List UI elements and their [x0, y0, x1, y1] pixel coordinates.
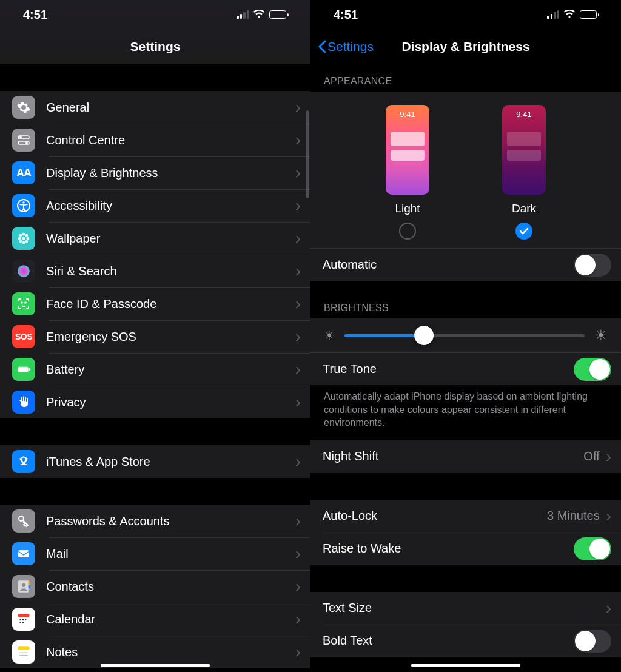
chevron-right-icon: › — [295, 577, 301, 596]
chevron-right-icon: › — [295, 294, 301, 314]
row-label: Control Centre — [46, 133, 295, 147]
svg-rect-33 — [22, 622, 24, 623]
svg-point-7 — [22, 233, 25, 236]
dark-radio[interactable] — [515, 223, 532, 240]
raise-to-wake-toggle[interactable] — [574, 537, 611, 560]
settings-row-battery[interactable]: Battery› — [0, 353, 310, 386]
true-tone-toggle[interactable] — [574, 358, 611, 381]
notes-icon — [12, 640, 35, 664]
nav-bar: Settings Display & Brightness — [310, 29, 621, 64]
settings-row-privacy[interactable]: Privacy› — [0, 386, 310, 418]
light-preview: 9:41 — [386, 105, 429, 195]
svg-point-6 — [22, 237, 25, 240]
row-label: Passwords & Accounts — [46, 514, 295, 528]
svg-point-13 — [19, 240, 22, 243]
status-time: 4:51 — [23, 8, 47, 22]
settings-row-siri-search[interactable]: Siri & Search› — [0, 255, 310, 287]
brightness-slider[interactable] — [344, 334, 585, 337]
row-label: Emergency SOS — [46, 330, 295, 344]
brightness-slider-row: ☀︎ ☀︎ — [310, 318, 621, 352]
brightness-low-icon: ☀︎ — [324, 328, 335, 343]
light-radio[interactable] — [399, 223, 416, 240]
text-size-row[interactable]: Text Size › — [310, 592, 621, 625]
chevron-right-icon: › — [295, 544, 301, 563]
svg-rect-35 — [18, 646, 30, 650]
wifi-icon — [563, 8, 576, 22]
battery-icon — [580, 10, 599, 19]
svg-point-16 — [21, 302, 22, 303]
settings-row-face-id-passcode[interactable]: Face ID & Passcode› — [0, 287, 310, 320]
svg-rect-28 — [18, 614, 30, 617]
row-label: Contacts — [46, 580, 295, 594]
svg-rect-31 — [25, 619, 26, 620]
accessibility-icon — [12, 194, 35, 217]
chevron-right-icon: › — [295, 452, 301, 471]
settings-row-calendar[interactable]: Calendar› — [0, 603, 310, 636]
automatic-row: Automatic — [310, 248, 621, 281]
chevron-right-icon: › — [295, 196, 301, 215]
chevron-right-icon: › — [295, 511, 301, 531]
automatic-toggle[interactable] — [574, 254, 611, 277]
signal-icon — [237, 10, 249, 19]
svg-rect-29 — [20, 619, 21, 620]
bold-text-row: Bold Text — [310, 625, 621, 657]
calendar-icon — [12, 608, 35, 631]
signal-icon — [547, 10, 559, 19]
svg-point-5 — [22, 201, 25, 204]
switches-icon — [12, 129, 35, 152]
row-label: General — [46, 101, 295, 115]
row-label: Display & Brightness — [46, 166, 295, 180]
scrollbar[interactable] — [306, 110, 309, 198]
settings-row-mail[interactable]: Mail› — [0, 537, 310, 570]
settings-list: General›Control Centre›AADisplay & Brigh… — [0, 91, 310, 668]
page-title: Settings — [130, 39, 181, 54]
dark-preview: 9:41 — [502, 105, 546, 195]
svg-point-23 — [22, 583, 26, 588]
appearance-option-light[interactable]: 9:41 Light — [386, 105, 429, 240]
home-indicator[interactable] — [101, 664, 210, 667]
mail-icon — [12, 542, 35, 565]
bold-text-label: Bold Text — [323, 634, 574, 648]
back-button[interactable]: Settings — [318, 39, 374, 54]
chevron-right-icon: › — [295, 642, 301, 662]
row-label: iTunes & App Store — [46, 455, 295, 469]
settings-row-wallpaper[interactable]: Wallpaper› — [0, 222, 310, 255]
battery-icon — [269, 10, 289, 19]
svg-rect-26 — [29, 589, 30, 591]
settings-row-contacts[interactable]: Contacts› — [0, 570, 310, 603]
settings-row-control-centre[interactable]: Control Centre› — [0, 124, 310, 156]
status-bar: 4:51 — [310, 0, 621, 29]
chevron-right-icon: › — [295, 392, 301, 412]
row-label: Face ID & Passcode — [46, 297, 295, 311]
auto-lock-value: 3 Minutes — [547, 509, 600, 523]
svg-point-12 — [25, 234, 28, 237]
dark-label: Dark — [512, 202, 536, 215]
settings-row-itunes-app-store[interactable]: iTunes & App Store› — [0, 445, 310, 478]
chevron-right-icon: › — [295, 229, 301, 248]
chevron-right-icon: › — [295, 261, 301, 281]
auto-lock-row[interactable]: Auto-Lock 3 Minutes › — [310, 500, 621, 533]
true-tone-footer: Automatically adapt iPhone display based… — [310, 385, 621, 440]
settings-row-emergency-sos[interactable]: SOSEmergency SOS› — [0, 320, 310, 353]
chevron-right-icon: › — [295, 163, 301, 183]
settings-row-display-brightness[interactable]: AADisplay & Brightness› — [0, 156, 310, 189]
svg-rect-21 — [18, 550, 29, 557]
status-bar: 4:51 — [0, 0, 310, 29]
settings-row-passwords-accounts[interactable]: Passwords & Accounts› — [0, 505, 310, 537]
true-tone-row: True Tone — [310, 352, 621, 385]
row-label: Privacy — [46, 395, 295, 409]
svg-point-9 — [18, 237, 21, 240]
hand-icon — [12, 391, 35, 414]
bold-text-toggle[interactable] — [574, 630, 611, 653]
home-indicator[interactable] — [411, 664, 520, 667]
brightness-high-icon: ☀︎ — [594, 327, 608, 344]
row-label: Accessibility — [46, 199, 295, 213]
chevron-right-icon: › — [606, 447, 611, 466]
settings-row-general[interactable]: General› — [0, 91, 310, 124]
svg-rect-32 — [20, 622, 21, 623]
light-label: Light — [395, 202, 420, 215]
appearance-option-dark[interactable]: 9:41 Dark — [502, 105, 546, 240]
night-shift-label: Night Shift — [323, 449, 583, 463]
night-shift-row[interactable]: Night Shift Off › — [310, 440, 621, 473]
settings-row-accessibility[interactable]: Accessibility› — [0, 189, 310, 222]
